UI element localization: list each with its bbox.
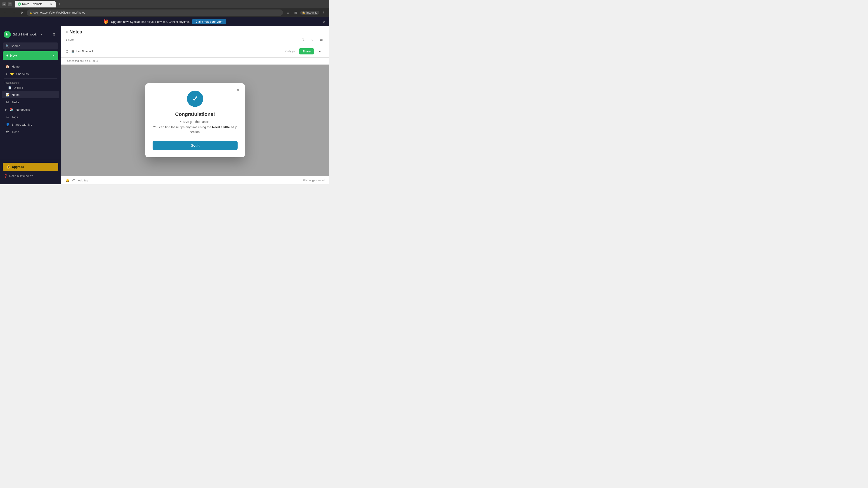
incognito-indicator: 🕵 Incognito <box>300 11 319 15</box>
new-button[interactable]: + New ▼ <box>3 51 58 60</box>
url-text: evernote.com/client/web?login=true#/note… <box>33 11 85 14</box>
tab-nav-back[interactable]: ◀ <box>2 2 6 6</box>
address-bar[interactable]: 🔒 evernote.com/client/web?login=true#/no… <box>27 9 283 16</box>
nav-actions: ☆ ⊞ 🕵 Incognito ⋮ <box>285 9 327 16</box>
got-it-button[interactable]: Got it <box>153 141 238 150</box>
untitled-note-label: Untitled <box>14 86 23 90</box>
notes-panel-title: Notes <box>69 29 82 35</box>
banner-gift-icon: 🎁 <box>103 19 108 24</box>
plus-icon: + <box>6 54 8 58</box>
new-label: New <box>10 54 50 57</box>
sidebar-item-notes[interactable]: 📝 Notes <box>2 91 59 98</box>
sidebar-item-tasks[interactable]: ☑ Tasks <box>2 98 59 106</box>
upgrade-label: Upgrade <box>12 165 24 168</box>
note-icon: 📄 <box>8 86 11 90</box>
sidebar-item-trash[interactable]: 🗑 Trash <box>2 128 59 135</box>
upgrade-icon: 💰 <box>6 165 10 168</box>
notebook-badge[interactable]: 📓 First Notebook <box>71 50 94 53</box>
tab-controls: ◀ ▼ <box>2 2 12 6</box>
note-footer: 🔔 🏷 Add tag All changes saved <box>61 176 329 184</box>
shared-label: Shared with Me <box>12 123 32 126</box>
notes-icon: 📝 <box>5 93 9 96</box>
notebook-icon: 📓 <box>71 50 74 53</box>
tab-close-button[interactable]: ✕ <box>49 2 53 6</box>
sidebar-item-untitled[interactable]: 📄 Untitled <box>0 85 61 91</box>
forward-button[interactable]: → <box>10 9 17 16</box>
note-content-area[interactable]: × ✓ Congratulations! You've got the basi… <box>61 65 329 176</box>
sidebar-item-home[interactable]: 🏠 Home <box>2 63 59 70</box>
bookmark-button[interactable]: ☆ <box>285 9 291 16</box>
upgrade-banner: 🎁 Upgrade now. Sync across all your devi… <box>0 17 329 26</box>
user-info[interactable]: N 5b3c818b@mood... ▼ <box>4 31 42 38</box>
tab-favicon: N <box>18 2 21 6</box>
history-icon: ⊙ <box>66 49 68 54</box>
only-you-label: Only you <box>285 50 296 53</box>
tab-search-button[interactable]: ⊞ <box>292 9 299 16</box>
notes-panel-icon: ≡ <box>66 30 68 34</box>
sidebar-nav: 🏠 Home ▼ ⭐ Shortcuts Recent Notes 📄 Unti… <box>0 63 61 158</box>
new-tab-button[interactable]: + <box>57 1 63 7</box>
sidebar-item-notebooks[interactable]: ▶ 📚 Notebooks <box>2 106 59 113</box>
tasks-icon: ☑ <box>5 100 9 104</box>
modal-title: Congratulations! <box>175 111 215 117</box>
tasks-nav-label: Tasks <box>12 101 19 104</box>
add-tag-button[interactable]: Add tag <box>78 179 88 182</box>
modal-close-button[interactable]: × <box>235 87 241 93</box>
modal-subtitle: You've got the basics. <box>180 120 210 124</box>
shortcuts-label: Shortcuts <box>16 72 29 76</box>
sidebar-item-tags[interactable]: 🏷 Tags <box>2 113 59 121</box>
more-options-button[interactable]: ⋯ <box>317 48 324 55</box>
view-button[interactable]: ⊞ <box>318 36 324 43</box>
modal-desc-before: You can find these tips any time using t… <box>153 125 212 129</box>
incognito-icon: 🕵 <box>302 11 305 14</box>
help-button[interactable]: ❓ Need a little help? <box>3 173 58 179</box>
back-button[interactable]: ← <box>2 9 8 16</box>
menu-button[interactable]: ⋮ <box>320 9 327 16</box>
trash-icon: 🗑 <box>5 130 9 134</box>
bell-icon[interactable]: 🔔 <box>66 178 69 182</box>
settings-button[interactable]: ⚙ <box>50 31 57 38</box>
content-area: ≡ Notes 1 note ⇅ ▽ ⊞ ⊙ 📓 First N <box>61 26 329 184</box>
active-tab[interactable]: N Notes - Evernote ✕ <box>15 1 56 7</box>
modal-desc-after: section. <box>190 130 200 134</box>
claim-offer-button[interactable]: Claim now your offer <box>192 19 225 24</box>
search-button[interactable]: 🔍 Search <box>3 42 58 50</box>
lock-icon: 🔒 <box>29 11 32 14</box>
notes-panel-header: ≡ Notes 1 note ⇅ ▽ ⊞ <box>61 26 329 45</box>
browser-chrome: ◀ ▼ N Notes - Evernote ✕ + ← → ↻ 🔒 evern… <box>0 0 329 17</box>
sidebar-item-shared[interactable]: 👤 Shared with Me <box>2 121 59 128</box>
help-label: Need a little help? <box>9 174 33 177</box>
note-meta: Last edited on Feb 1, 2024 <box>61 58 329 65</box>
congratulations-modal: × ✓ Congratulations! You've got the basi… <box>145 84 245 157</box>
notes-count: 1 note <box>66 38 74 41</box>
trash-label: Trash <box>12 130 19 134</box>
user-name: 5b3c818b@mood... <box>13 33 38 36</box>
editor-header: ⊙ 📓 First Notebook Only you Share ⋯ <box>61 45 329 58</box>
tab-title: Notes - Evernote <box>22 2 48 6</box>
share-button[interactable]: Share <box>299 48 314 55</box>
help-icon: ❓ <box>4 174 7 177</box>
recent-notes-label: Recent Notes <box>0 79 61 85</box>
notebooks-icon: 📚 <box>9 108 13 111</box>
tab-nav-dropdown[interactable]: ▼ <box>8 2 12 6</box>
notes-nav-label: Notes <box>12 93 20 96</box>
tag-icon[interactable]: 🏷 <box>72 178 75 182</box>
sidebar-item-shortcuts[interactable]: ▼ ⭐ Shortcuts <box>2 70 59 77</box>
app-container: 🎁 Upgrade now. Sync across all your devi… <box>0 17 329 184</box>
sidebar-header: N 5b3c818b@mood... ▼ ⚙ <box>0 29 61 40</box>
checkmark-icon: ✓ <box>192 94 198 103</box>
tags-nav-label: Tags <box>12 116 18 119</box>
modal-desc-highlight: Need a little help <box>212 125 237 129</box>
notes-toolbar: 1 note ⇅ ▽ ⊞ <box>66 36 324 43</box>
save-status: All changes saved <box>303 179 324 182</box>
avatar: N <box>4 31 11 38</box>
sort-button[interactable]: ⇅ <box>300 36 307 43</box>
sidebar: N 5b3c818b@mood... ▼ ⚙ 🔍 Search + New ▼ <box>0 26 61 184</box>
reload-button[interactable]: ↻ <box>19 9 25 16</box>
modal-success-icon: ✓ <box>187 91 203 107</box>
banner-close-button[interactable]: ✕ <box>322 20 326 24</box>
modal-overlay: × ✓ Congratulations! You've got the basi… <box>61 65 329 176</box>
upgrade-button[interactable]: 💰 Upgrade <box>3 163 58 171</box>
filter-button[interactable]: ▽ <box>309 36 315 43</box>
notebook-name: First Notebook <box>76 50 94 53</box>
